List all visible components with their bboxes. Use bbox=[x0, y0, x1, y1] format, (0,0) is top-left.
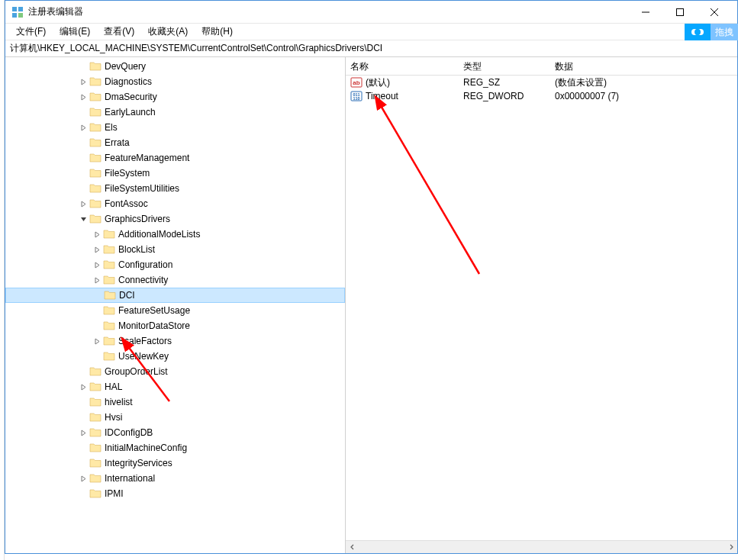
chevron-down-icon[interactable] bbox=[77, 213, 89, 225]
tree-node[interactable]: FeatureManagement bbox=[5, 150, 345, 166]
chevron-right-icon[interactable] bbox=[77, 198, 89, 210]
expander-none bbox=[77, 152, 89, 164]
chevron-right-icon[interactable] bbox=[91, 335, 103, 347]
address-path: 计算机\HKEY_LOCAL_MACHINE\SYSTEM\CurrentCon… bbox=[10, 42, 382, 55]
tree-label: DmaSecurity bbox=[105, 92, 157, 102]
menu-item[interactable]: 查看(V) bbox=[98, 24, 140, 40]
tree-node[interactable]: MonitorDataStore bbox=[5, 318, 345, 333]
expander-none bbox=[77, 137, 89, 149]
tree-node[interactable]: EarlyLaunch bbox=[5, 105, 345, 120]
chevron-right-icon[interactable] bbox=[91, 259, 103, 271]
tree-node[interactable]: BlockList bbox=[5, 242, 345, 257]
svg-rect-3 bbox=[18, 13, 23, 18]
folder-icon bbox=[89, 137, 102, 149]
tree-label: InitialMachineConfig bbox=[105, 443, 187, 453]
folder-icon bbox=[89, 91, 102, 103]
menubar: 文件(F)编辑(E)查看(V)收藏夹(A)帮助(H) bbox=[5, 24, 737, 40]
tree-node[interactable]: Hvsi bbox=[5, 410, 345, 425]
tree-node[interactable]: DCI bbox=[5, 288, 345, 303]
list-body[interactable]: ab(默认)REG_SZ(数值未设置)011110TimeoutREG_DWOR… bbox=[346, 76, 737, 540]
list-row[interactable]: 011110TimeoutREG_DWORD0x00000007 (7) bbox=[346, 89, 737, 103]
tree-node[interactable]: InitialMachineConfig bbox=[5, 440, 345, 455]
tree-label: AdditionalModeLists bbox=[118, 229, 200, 240]
chevron-right-icon[interactable] bbox=[91, 228, 103, 240]
folder-icon bbox=[89, 365, 102, 378]
column-header-type[interactable]: 类型 bbox=[459, 57, 550, 75]
tree-label: IntegrityServices bbox=[105, 458, 172, 468]
tree-node[interactable]: FileSystem bbox=[5, 166, 345, 181]
chevron-right-icon[interactable] bbox=[77, 426, 89, 439]
tree-node[interactable]: Configuration bbox=[5, 257, 345, 272]
tree-label: DCI bbox=[119, 290, 135, 301]
scroll-right-button[interactable] bbox=[724, 541, 737, 554]
chevron-right-icon[interactable] bbox=[77, 121, 89, 134]
tree-node[interactable]: FeatureSetUsage bbox=[5, 303, 345, 318]
maximize-button[interactable] bbox=[662, 1, 697, 23]
expander-none bbox=[77, 106, 89, 118]
tree-node[interactable]: GroupOrderList bbox=[5, 364, 345, 379]
side-badge-label: 拖拽 bbox=[711, 24, 738, 40]
tree-node[interactable]: Diagnostics bbox=[5, 74, 345, 89]
tree-node[interactable]: hivelist bbox=[5, 394, 345, 410]
tree-node[interactable]: DmaSecurity bbox=[5, 89, 345, 105]
folder-icon bbox=[104, 289, 116, 301]
tree-node[interactable]: ScaleFactors bbox=[5, 333, 345, 349]
tree-label: FeatureManagement bbox=[105, 153, 189, 163]
tree-node[interactable]: IntegrityServices bbox=[5, 455, 345, 471]
minimize-button[interactable] bbox=[628, 1, 662, 23]
tree-label: ScaleFactors bbox=[118, 336, 172, 346]
folder-icon bbox=[103, 274, 115, 286]
close-button[interactable] bbox=[697, 1, 731, 23]
side-badge[interactable]: 拖拽 bbox=[685, 24, 738, 40]
chevron-right-icon[interactable] bbox=[77, 91, 89, 103]
chevron-right-icon[interactable] bbox=[91, 243, 103, 256]
menu-item[interactable]: 文件(F) bbox=[10, 24, 52, 40]
expander-none bbox=[77, 60, 89, 72]
column-header-name[interactable]: 名称 bbox=[346, 57, 459, 75]
svg-text:110: 110 bbox=[353, 96, 359, 101]
tree-label: FeatureSetUsage bbox=[118, 305, 190, 316]
tree-node[interactable]: HAL bbox=[5, 379, 345, 394]
scroll-track[interactable] bbox=[359, 541, 724, 554]
expander-none bbox=[77, 167, 89, 179]
expander-none bbox=[91, 320, 103, 332]
tree-node[interactable]: GraphicsDrivers bbox=[5, 211, 345, 227]
tree-label: GroupOrderList bbox=[105, 366, 168, 377]
expander-none bbox=[77, 457, 89, 469]
tree-node[interactable]: FontAssoc bbox=[5, 196, 345, 211]
menu-item[interactable]: 帮助(H) bbox=[195, 24, 239, 40]
tree-node[interactable]: UseNewKey bbox=[5, 349, 345, 364]
chevron-right-icon[interactable] bbox=[91, 274, 103, 286]
folder-icon bbox=[89, 442, 102, 454]
folder-icon bbox=[103, 350, 115, 362]
tree-node[interactable]: AdditionalModeLists bbox=[5, 227, 345, 242]
chevron-right-icon[interactable] bbox=[77, 76, 89, 88]
list-row[interactable]: ab(默认)REG_SZ(数值未设置) bbox=[346, 76, 737, 89]
folder-icon bbox=[89, 167, 102, 179]
tree-label: International bbox=[105, 473, 155, 484]
tree-scroll[interactable]: DeviceMigrationDeviceOverridesDevicePane… bbox=[5, 57, 345, 553]
addressbar[interactable]: 计算机\HKEY_LOCAL_MACHINE\SYSTEM\CurrentCon… bbox=[5, 40, 737, 57]
tree-node[interactable]: IPMI bbox=[5, 486, 345, 501]
cloud-icon bbox=[685, 24, 711, 40]
menu-item[interactable]: 收藏夹(A) bbox=[142, 24, 194, 40]
string-value-icon: ab bbox=[350, 76, 363, 89]
column-header-data[interactable]: 数据 bbox=[550, 57, 726, 75]
tree-node[interactable]: DevQuery bbox=[5, 59, 345, 74]
tree-node[interactable]: International bbox=[5, 471, 345, 486]
menu-item[interactable]: 编辑(E) bbox=[53, 24, 96, 40]
svg-line-10 bbox=[380, 105, 479, 274]
chevron-right-icon[interactable] bbox=[77, 381, 89, 393]
horizontal-scrollbar[interactable] bbox=[346, 540, 737, 553]
tree-node[interactable]: Errata bbox=[5, 135, 345, 150]
tree-label: Diagnostics bbox=[105, 76, 152, 87]
tree-node[interactable]: IDConfigDB bbox=[5, 425, 345, 440]
chevron-right-icon[interactable] bbox=[77, 472, 89, 484]
tree-node[interactable]: Connectivity bbox=[5, 272, 345, 288]
tree-node[interactable]: Els bbox=[5, 120, 345, 135]
folder-icon bbox=[89, 426, 102, 439]
tree-node[interactable]: FileSystemUtilities bbox=[5, 181, 345, 196]
scroll-left-button[interactable] bbox=[346, 541, 359, 554]
folder-icon bbox=[89, 488, 102, 500]
tree-label: MonitorDataStore bbox=[118, 320, 190, 331]
